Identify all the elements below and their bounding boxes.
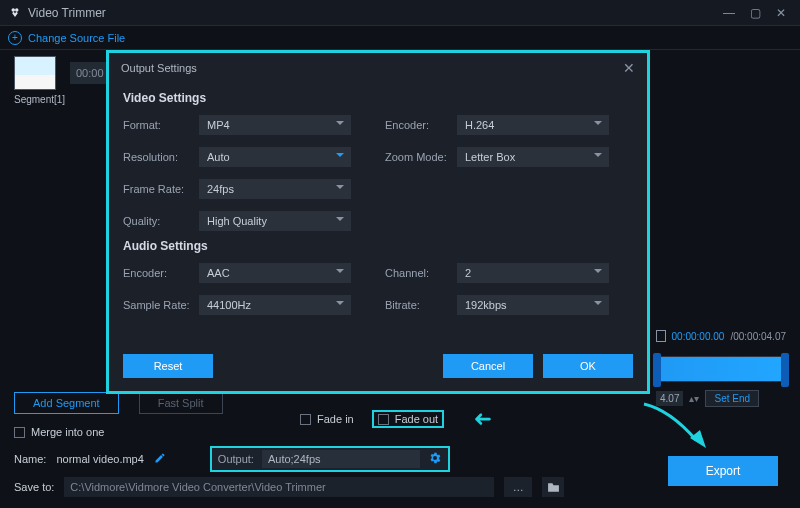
chevron-down-icon: [335, 150, 345, 162]
samplerate-label: Sample Rate:: [123, 299, 199, 311]
gear-icon[interactable]: [428, 451, 442, 468]
timeline-track[interactable]: [656, 356, 786, 382]
output-box-highlight: Output: Auto;24fps: [210, 446, 450, 472]
channel-value: 2: [465, 267, 471, 279]
channel-label: Channel:: [385, 267, 457, 279]
format-value: MP4: [207, 119, 230, 131]
open-folder-icon[interactable]: [542, 477, 564, 497]
output-settings-dialog: Output Settings ✕ Video Settings Format:…: [109, 53, 647, 391]
checkbox-icon: [14, 427, 25, 438]
format-dropdown[interactable]: MP4: [199, 115, 351, 135]
quality-label: Quality:: [123, 215, 199, 227]
time-total: /00:00:04.07: [730, 331, 786, 342]
annotation-arrow-export-icon: [640, 400, 710, 452]
framerate-dropdown[interactable]: 24fps: [199, 179, 351, 199]
zoom-mode-dropdown[interactable]: Letter Box: [457, 147, 609, 167]
output-value-text: Auto;24fps: [268, 453, 321, 465]
audio-encoder-value: AAC: [207, 267, 230, 279]
app-scissors-icon: [8, 6, 22, 20]
minimize-button[interactable]: ―: [718, 4, 740, 22]
chevron-down-icon: [593, 150, 603, 162]
segment-thumb[interactable]: Segment[1]: [14, 56, 65, 105]
ok-button[interactable]: OK: [543, 354, 633, 378]
browse-button[interactable]: …: [504, 477, 532, 497]
time-current: 00:00:00.00: [672, 331, 725, 342]
chevron-down-icon: [335, 118, 345, 130]
channel-dropdown[interactable]: 2: [457, 263, 609, 283]
chevron-down-icon: [593, 266, 603, 278]
save-to-label: Save to:: [14, 481, 54, 493]
edit-name-icon[interactable]: [154, 452, 166, 466]
app-title: Video Trimmer: [28, 6, 106, 20]
output-value[interactable]: Auto;24fps: [262, 450, 420, 468]
framerate-label: Frame Rate:: [123, 183, 199, 195]
segment-thumbnail: [14, 56, 56, 90]
resolution-label: Resolution:: [123, 151, 199, 163]
time-total-v: 00:00:04.07: [733, 331, 786, 342]
bitrate-value: 192kbps: [465, 299, 507, 311]
video-encoder-dropdown[interactable]: H.264: [457, 115, 609, 135]
change-source-label: Change Source File: [28, 32, 125, 44]
video-section-title: Video Settings: [123, 91, 633, 105]
samplerate-dropdown[interactable]: 44100Hz: [199, 295, 351, 315]
audio-encoder-dropdown[interactable]: AAC: [199, 263, 351, 283]
bitrate-dropdown[interactable]: 192kbps: [457, 295, 609, 315]
titlebar[interactable]: Video Trimmer ― ▢ ✕: [0, 0, 800, 26]
bitrate-label: Bitrate:: [385, 299, 457, 311]
name-label: Name:: [14, 453, 46, 465]
reset-button[interactable]: Reset: [123, 354, 213, 378]
resolution-value: Auto: [207, 151, 230, 163]
segment-thumb-label: Segment[1]: [14, 94, 65, 105]
video-encoder-value: H.264: [465, 119, 494, 131]
audio-section-title: Audio Settings: [123, 239, 633, 253]
chevron-down-icon: [593, 298, 603, 310]
chevron-down-icon: [335, 182, 345, 194]
dialog-title: Output Settings: [121, 62, 197, 74]
name-value: normal video.mp4: [56, 453, 143, 465]
format-label: Format:: [123, 119, 199, 131]
quality-dropdown[interactable]: High Quality: [199, 211, 351, 231]
change-source-bar[interactable]: + Change Source File: [0, 26, 800, 50]
video-encoder-label: Encoder:: [385, 119, 457, 131]
zoom-mode-label: Zoom Mode:: [385, 151, 457, 163]
close-window-button[interactable]: ✕: [770, 4, 792, 22]
cancel-button[interactable]: Cancel: [443, 354, 533, 378]
chevron-down-icon: [335, 266, 345, 278]
chevron-down-icon: [335, 298, 345, 310]
crop-icon[interactable]: [656, 330, 666, 342]
framerate-value: 24fps: [207, 183, 234, 195]
segment-ts-value: 00:00: [76, 67, 104, 79]
samplerate-value: 44100Hz: [207, 299, 251, 311]
dialog-close-button[interactable]: ✕: [623, 60, 635, 76]
quality-value: High Quality: [207, 215, 267, 227]
chevron-down-icon: [335, 214, 345, 226]
resolution-dropdown[interactable]: Auto: [199, 147, 351, 167]
merge-label: Merge into one: [31, 426, 104, 438]
maximize-button[interactable]: ▢: [744, 4, 766, 22]
fast-split-button[interactable]: Fast Split: [139, 392, 223, 414]
save-to-path[interactable]: C:\Vidmore\Vidmore Video Converter\Video…: [64, 477, 494, 497]
zoom-mode-value: Letter Box: [465, 151, 515, 163]
output-label: Output:: [218, 453, 254, 465]
plus-circle-icon: +: [8, 31, 22, 45]
export-button[interactable]: Export: [668, 456, 778, 486]
add-segment-button[interactable]: Add Segment: [14, 392, 119, 414]
chevron-down-icon: [593, 118, 603, 130]
audio-encoder-label: Encoder:: [123, 267, 199, 279]
